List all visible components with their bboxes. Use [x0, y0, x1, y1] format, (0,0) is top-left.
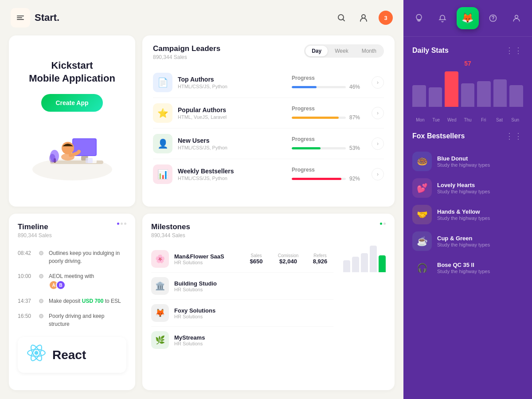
user-icon[interactable]: [356, 11, 371, 25]
react-badge: React: [18, 337, 126, 373]
progress-block: Progress 53%: [292, 136, 363, 151]
tl-dot: [39, 251, 43, 255]
tab-month[interactable]: Month: [356, 46, 383, 56]
nav-icon-question[interactable]: [483, 8, 503, 28]
row-arrow[interactable]: ›: [372, 76, 384, 89]
bar-day-label: Fri: [476, 117, 492, 122]
ms-info: Building Studio HR Solutions: [174, 280, 333, 292]
row-tags: HTML/CSS/JS, Python: [178, 84, 286, 89]
bestseller-item[interactable]: ☕ Cup & Green Study the highway types: [412, 228, 523, 254]
progress-bar-fill: [292, 86, 317, 88]
campaign-row: 📄 Top Authors HTML/CSS/JS, Python Progre…: [153, 67, 384, 98]
nav-icon-bell[interactable]: [433, 8, 452, 28]
bar-highlight: [445, 71, 458, 107]
search-icon[interactable]: [334, 11, 348, 25]
bestsellers-section: Fox Bestsellers ⋮⋮ 🍩 Blue Donut Study th…: [403, 127, 532, 399]
progress-pct: 92%: [349, 176, 363, 182]
bestseller-item[interactable]: 🤝 Hands & Yellow Study the highway types: [412, 201, 523, 228]
ms-stat-commission: Comission $2,040: [275, 253, 301, 265]
progress-row: 92%: [292, 176, 363, 182]
bar-day-label: Wed: [444, 117, 460, 122]
bar-col: [412, 85, 426, 107]
avatar-pile: A B: [49, 280, 126, 290]
ms-info: Foxy Solutions HR Solutions: [174, 307, 333, 319]
bar-col: [477, 81, 491, 107]
tl-content: AEOL meeting with A B: [49, 272, 126, 290]
dot-1: [117, 223, 119, 225]
row-arrow[interactable]: ›: [372, 168, 384, 180]
ms-icon: 🌿: [151, 331, 169, 349]
milestones-content: 🌸 Man&Flower SaaS HR Solutions Sales $65…: [151, 246, 386, 353]
timeline-item: 16:50 Poorly driving and keep structure: [18, 309, 126, 332]
row-arrow[interactable]: ›: [372, 107, 384, 119]
tl-content: Make deposit USD 700 to ESL: [49, 297, 126, 305]
ms-stat-sales: Sales $650: [243, 253, 270, 265]
timeline-title: Timeline: [18, 223, 117, 231]
tl-time: 14:37: [18, 298, 34, 304]
bestsellers-title: Fox Bestsellers: [412, 132, 505, 140]
ms-sub: HR Solutions: [174, 341, 333, 346]
campaign-rows: 📄 Top Authors HTML/CSS/JS, Python Progre…: [153, 67, 384, 189]
row-name: Top Authors: [178, 76, 286, 83]
nav-icon-fox[interactable]: 🦊: [457, 7, 479, 29]
bestseller-item[interactable]: 💕 Lovely Hearts Study the highway types: [412, 175, 523, 201]
nav-icon-bulb[interactable]: [409, 8, 429, 28]
ms-name: Man&Flower SaaS: [174, 253, 238, 260]
bar-day-label: Sat: [492, 117, 508, 122]
bar-day-label: Tue: [428, 117, 444, 122]
bs-name: Bose QC 35 II: [437, 262, 523, 268]
tl-time: 16:50: [18, 313, 34, 319]
timeline-dots: [117, 223, 126, 225]
bestsellers-more[interactable]: ⋮⋮: [505, 131, 523, 141]
row-info: New Users HTML/CSS/JS, Python: [178, 137, 286, 150]
highlight-amount: USD 700: [82, 298, 104, 304]
ms-sub: HR Solutions: [174, 260, 238, 265]
tab-day[interactable]: Day: [305, 46, 328, 56]
create-app-button[interactable]: Create App: [41, 94, 102, 112]
ms-name: MyStreams: [174, 334, 333, 341]
nav-icon-user[interactable]: [507, 8, 526, 28]
ms-name: Foxy Solutions: [174, 307, 333, 314]
ms-name: Building Studio: [174, 280, 333, 287]
svg-point-15: [49, 154, 55, 163]
tl-content: Outlines keep you indulging in poorly dr…: [49, 249, 126, 265]
campaign-row: 👤 New Users HTML/CSS/JS, Python Progress…: [153, 129, 384, 159]
bestseller-item[interactable]: 🍩 Blue Donut Study the highway types: [412, 148, 523, 175]
milestones-subtitle: 890,344 Sales: [151, 232, 380, 239]
notification-badge[interactable]: 3: [379, 11, 393, 25]
bar: [477, 81, 491, 107]
campaign-row: 📊 Weekly Bestsellers HTML/CSS/JS, Python…: [153, 159, 384, 189]
svg-point-18: [35, 351, 39, 355]
row-tags: HTML/CSS/JS, Python: [178, 176, 286, 181]
bs-sub: Study the highway types: [437, 269, 523, 274]
bs-info: Blue Donut Study the highway types: [437, 155, 523, 168]
bs-info: Cup & Green Study the highway types: [437, 235, 523, 247]
dot-2: [121, 223, 123, 225]
progress-pct: 46%: [349, 84, 363, 90]
daily-stats-more[interactable]: ⋮⋮: [505, 46, 523, 55]
ms-bar: [370, 246, 377, 272]
bs-thumb: 🎧: [412, 258, 432, 278]
dot-3: [124, 223, 126, 225]
tl-dot: [39, 314, 43, 318]
bs-name: Blue Donut: [437, 155, 523, 162]
progress-block: Progress 46%: [292, 75, 363, 90]
row-icon: 📊: [153, 164, 172, 184]
bs-info: Lovely Hearts Study the highway types: [437, 182, 523, 194]
row-icon: 📄: [153, 73, 172, 92]
row-tags: HTML/CSS/JS, Python: [178, 145, 286, 150]
campaign-tab-group: Day Week Month: [304, 44, 384, 58]
svg-point-24: [493, 20, 493, 20]
content-grid: Kickstart Mobile Application Create App: [0, 35, 403, 399]
tl-dot: [39, 299, 43, 303]
bar-day-label: Mon: [412, 117, 428, 122]
timeline-subtitle: 890,344 Sales: [18, 232, 117, 239]
ms-icon: 🦊: [151, 304, 169, 322]
progress-label: Progress: [292, 136, 315, 142]
row-arrow[interactable]: ›: [372, 137, 384, 150]
milestone-row: 🌿 MyStreams HR Solutions: [151, 327, 333, 353]
tab-week[interactable]: Week: [329, 46, 354, 56]
bestseller-item[interactable]: 🎧 Bose QC 35 II Study the highway types: [412, 254, 523, 281]
logo-text: Start.: [35, 12, 59, 23]
daily-stats-title: Daily Stats: [412, 47, 505, 55]
